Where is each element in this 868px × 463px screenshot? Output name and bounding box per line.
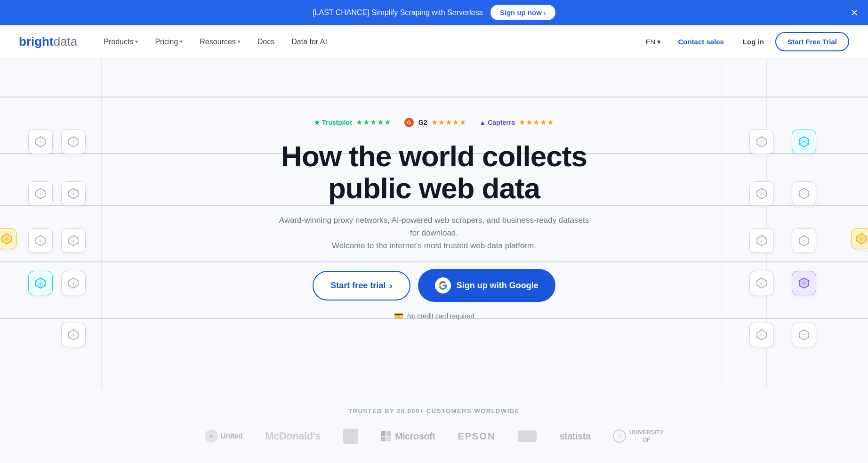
- start-free-trial-button[interactable]: Start free trial ›: [313, 271, 410, 301]
- cta-row: Start free trial › Sign up with Google: [274, 269, 594, 302]
- logo-united: ✈ United: [205, 428, 243, 445]
- hero-subtitle: Award-winning proxy networks, AI-powered…: [274, 214, 594, 252]
- hero-title: How the world collects public web data: [274, 140, 594, 204]
- navbar: bright data Products ▾ Pricing ▾ Resourc…: [0, 25, 868, 59]
- capterra-stars: ★★★★★: [519, 118, 554, 127]
- logo-mcdonalds: McDonald's: [265, 428, 321, 445]
- nav-links: Products ▾ Pricing ▾ Resources ▾ Docs Da…: [96, 34, 640, 50]
- capterra-label: ▲ Capterra: [480, 119, 515, 126]
- logo-statista: statista: [559, 428, 590, 445]
- google-icon: [435, 277, 451, 293]
- contact-sales-button[interactable]: Contact sales: [670, 34, 731, 49]
- no-credit-card-notice: 💳 No credit card required: [274, 311, 594, 320]
- login-button[interactable]: Log in: [735, 34, 772, 49]
- logo-microsoft: Microsoft: [381, 428, 435, 445]
- ratings-row: ★ Trustpilot ★★★★★ G G2 ★★★★★ ▲ Capterra…: [274, 118, 594, 127]
- hero-content: ★ Trustpilot ★★★★★ G G2 ★★★★★ ▲ Capterra…: [274, 118, 594, 321]
- sign-up-google-button[interactable]: Sign up with Google: [418, 269, 555, 302]
- logo-epson: EPSON: [458, 428, 495, 445]
- credit-card-icon: 💳: [394, 311, 403, 320]
- nav-right: EN ▾ Contact sales Log in Start Free Tri…: [640, 32, 849, 51]
- top-banner: [LAST CHANCE] Simplify Scraping with Ser…: [0, 0, 868, 25]
- trustpilot-rating: ★ Trustpilot ★★★★★: [314, 118, 391, 127]
- hero-section: ★ Trustpilot ★★★★★ G G2 ★★★★★ ▲ Capterra…: [0, 59, 868, 389]
- banner-text: [LAST CHANCE] Simplify Scraping with Ser…: [313, 8, 483, 17]
- logo[interactable]: bright data: [19, 34, 77, 49]
- g2-label: G2: [418, 119, 427, 126]
- trusted-section: TRUSTED BY 20,000+ CUSTOMERS WORLDWIDE ✈…: [0, 389, 868, 454]
- language-selector[interactable]: EN ▾: [640, 34, 667, 50]
- logo-unknown1: [343, 428, 358, 445]
- capterra-rating: ▲ Capterra ★★★★★: [480, 118, 554, 127]
- logo-bright: bright: [19, 34, 54, 49]
- nav-data-ai[interactable]: Data for AI: [284, 34, 335, 50]
- logo-unknown2: [518, 428, 537, 445]
- logo-data: data: [54, 34, 78, 49]
- arrow-icon: ›: [389, 280, 393, 291]
- nav-start-trial-button[interactable]: Start Free Trial: [775, 32, 849, 51]
- nav-docs[interactable]: Docs: [250, 34, 282, 50]
- g2-stars: ★★★★★: [431, 118, 466, 127]
- trustpilot-label: ★ Trustpilot: [314, 119, 352, 126]
- trusted-label: TRUSTED BY 20,000+ CUSTOMERS WORLDWIDE: [19, 407, 849, 414]
- logo-university: U UNIVERSITYOF: [613, 428, 663, 445]
- chevron-down-icon: ▾: [180, 39, 183, 45]
- nav-products[interactable]: Products ▾: [96, 34, 145, 50]
- banner-cta-button[interactable]: Sign up now ›: [490, 5, 555, 20]
- chevron-down-icon: ▾: [238, 39, 241, 45]
- nav-pricing[interactable]: Pricing ▾: [147, 34, 190, 50]
- chevron-down-icon: ▾: [135, 39, 138, 45]
- chevron-down-icon: ▾: [657, 38, 661, 46]
- g2-rating: G G2 ★★★★★: [404, 118, 466, 127]
- trustpilot-stars: ★★★★★: [356, 118, 391, 127]
- customer-logos-row: ✈ United McDonald's Microsoft EPS: [19, 428, 849, 445]
- nav-resources[interactable]: Resources ▾: [192, 34, 248, 50]
- g2-icon: G: [404, 118, 414, 127]
- banner-close-button[interactable]: ✕: [851, 8, 859, 17]
